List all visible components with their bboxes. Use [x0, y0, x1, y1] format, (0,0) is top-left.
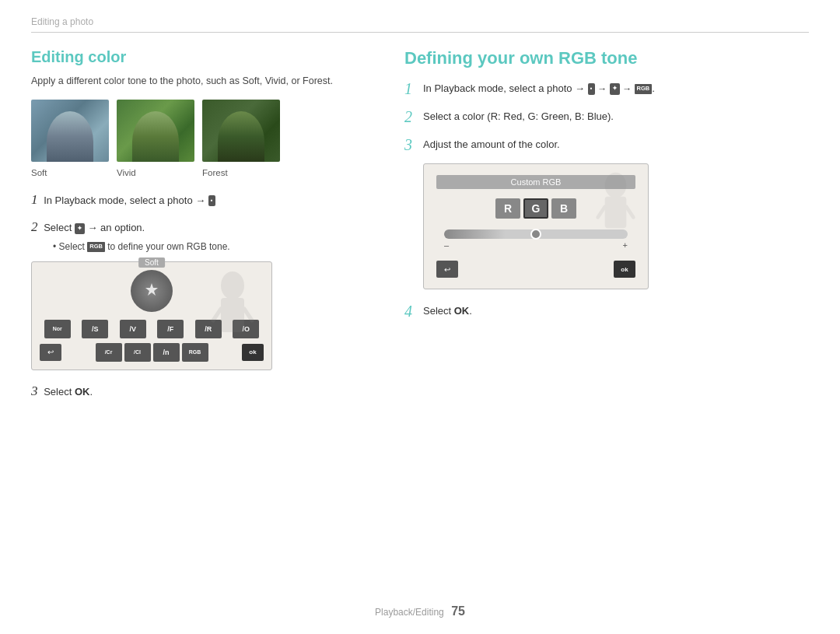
left-step-1: 1 In Playback mode, select a photo → ▪	[31, 190, 373, 210]
rgb-ghost-figure	[594, 170, 637, 229]
menu-ok-button[interactable]: ok	[242, 344, 264, 361]
left-step-3: 3 Select OK.	[31, 381, 373, 401]
ok-label-left: OK	[75, 386, 90, 398]
svg-rect-5	[605, 197, 627, 228]
menu-icon-n: /n	[153, 343, 180, 362]
menu-icon-v: /V	[120, 320, 146, 338]
sub-bullet: Select RGB to define your own RGB tone.	[53, 240, 373, 254]
menu-icon-nor: Nor	[44, 320, 71, 338]
page-footer: Playback/Editing 75	[0, 604, 840, 618]
footer-page: 75	[451, 604, 465, 618]
ok-label-right: OK	[454, 305, 470, 317]
left-description: Apply a different color tone to the phot…	[31, 74, 373, 89]
photo-soft	[31, 100, 109, 162]
photo-row	[31, 100, 373, 162]
center-icon-svg	[141, 280, 163, 302]
menu-icon-f: /F	[157, 320, 184, 338]
right-step-2: 2 Select a color (R: Red, G: Green, B: B…	[404, 107, 793, 126]
right-section-title: Defining your own RGB tone	[404, 48, 793, 68]
menu-icon-s: /S	[82, 320, 108, 338]
menu-center-area: Soft	[40, 270, 264, 312]
rgb-back-button[interactable]: ↩	[436, 261, 458, 278]
left-section-title: Editing color	[31, 48, 373, 66]
menu-mockup: Soft Nor /S /V /F /R /O	[31, 261, 272, 370]
rgb-slider-labels: – +	[436, 239, 635, 250]
menu-back-button[interactable]: ↩	[40, 344, 61, 361]
slider-minus: –	[444, 240, 449, 250]
fn-icon-r: ✦	[610, 83, 620, 95]
rgb-ok-button[interactable]: ok	[614, 261, 635, 278]
fn-icon: ✦	[75, 223, 85, 234]
rgb-slider-thumb[interactable]	[530, 229, 541, 240]
breadcrumb-text: Editing a photo	[31, 16, 93, 27]
svg-point-4	[605, 173, 627, 198]
rgb-slider-area: – +	[436, 229, 635, 250]
rgb-btn-b[interactable]: B	[551, 198, 576, 219]
svg-line-7	[626, 207, 633, 218]
label-soft: Soft	[31, 168, 109, 177]
svg-line-6	[598, 207, 605, 218]
left-column: Editing color Apply a different color to…	[31, 48, 373, 408]
playback-icon: ▪	[208, 195, 215, 206]
menu-center-circle	[131, 270, 173, 312]
menu-center-label: Soft	[138, 257, 165, 268]
label-vivid: Vivid	[117, 168, 194, 177]
menu-bottom-row: ↩ /Cr /Cl /n RGB ok	[40, 343, 264, 362]
photo-forest	[202, 100, 280, 162]
left-step-2: 2 Select ✦ → an option. Select RGB to de…	[31, 217, 373, 254]
photo-labels: Soft Vivid Forest	[31, 168, 373, 177]
breadcrumb: Editing a photo	[31, 16, 809, 33]
right-step-1: 1 In Playback mode, select a photo → ▪ →…	[404, 79, 793, 98]
rgb-tag: RGB	[87, 242, 105, 252]
right-step-4: 4 Select OK.	[404, 302, 793, 321]
playback-icon-r: ▪	[588, 83, 595, 95]
menu-icons-row2: /Cr /Cl /n RGB	[96, 343, 208, 362]
slider-plus: +	[623, 240, 628, 250]
menu-icon-cr: /Cr	[96, 343, 122, 362]
rgb-tag-r: RGB	[635, 84, 653, 94]
rgb-btn-r[interactable]: R	[495, 198, 520, 219]
footer-text: Playback/Editing	[375, 607, 444, 618]
photo-vivid	[117, 100, 194, 162]
menu-icon-rgb: RGB	[182, 343, 208, 362]
rgb-bottom-row: ↩ ok	[436, 261, 635, 278]
rgb-btn-g[interactable]: G	[523, 198, 548, 219]
label-forest: Forest	[202, 168, 280, 177]
rgb-mockup: Custom RGB R G B – +	[423, 163, 649, 289]
right-step-3: 3 Adjust the amount of the color.	[404, 135, 793, 154]
rgb-slider-track[interactable]	[444, 229, 628, 239]
menu-icon-cl: /Cl	[124, 343, 151, 362]
right-column: Defining your own RGB tone 1 In Playback…	[404, 48, 793, 408]
